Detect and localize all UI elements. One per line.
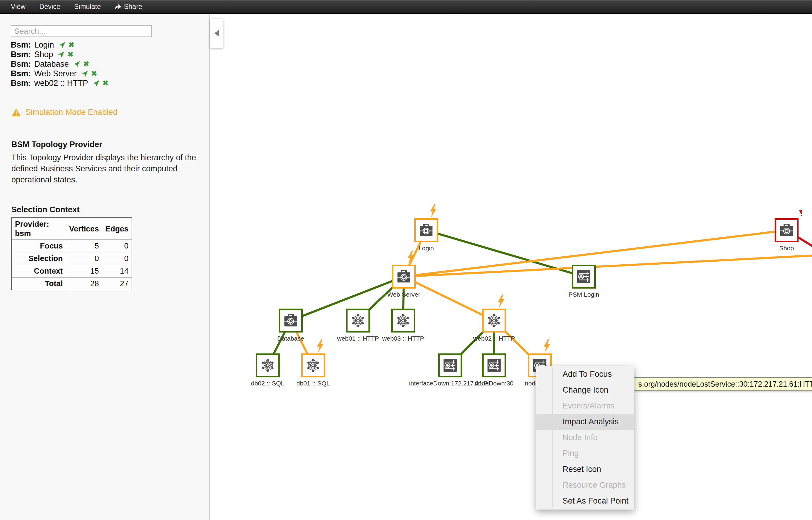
warning-icon bbox=[11, 108, 21, 116]
sidebar-collapse-button[interactable] bbox=[210, 19, 223, 48]
network-icon bbox=[350, 312, 366, 329]
provider-description: This Topology Provider displays the hier… bbox=[11, 152, 206, 185]
menubar-item-label: View bbox=[11, 3, 25, 11]
node-label-db01: db01 :: SQL bbox=[296, 380, 330, 387]
share-arrow-icon bbox=[114, 4, 122, 10]
application-window: ViewDeviceSimulateShare Bsm:Login✖Bsm:Sh… bbox=[0, 0, 812, 520]
network-icon bbox=[260, 357, 276, 373]
table-row: Total2827 bbox=[12, 278, 132, 290]
menu-item-label: Set As Focal Point bbox=[562, 496, 629, 505]
focus-item-list: Bsm:Login✖Bsm:Shop✖Bsm:Database✖Bsm:Web … bbox=[11, 40, 109, 88]
focus-item-name: Login bbox=[34, 41, 54, 50]
menu-item-label: Resource Graphs bbox=[562, 480, 626, 490]
edges-value: 14 bbox=[102, 265, 132, 278]
node-db02[interactable] bbox=[256, 354, 280, 378]
remove-icon[interactable]: ✖ bbox=[83, 60, 89, 68]
node-psm-login[interactable] bbox=[572, 265, 596, 289]
chevron-left-icon bbox=[214, 30, 219, 36]
locate-icon[interactable] bbox=[81, 70, 88, 77]
node-web03[interactable] bbox=[391, 309, 415, 333]
remove-icon[interactable]: ✖ bbox=[69, 41, 75, 48]
node-label-web01: web01 :: HTTP bbox=[337, 335, 379, 342]
node-label-psm-login: PSM Login bbox=[569, 291, 599, 298]
lightning-icon bbox=[406, 250, 415, 264]
selection-context-block: Selection Context Provider: bsmVerticesE… bbox=[11, 205, 132, 290]
node-web01[interactable] bbox=[346, 309, 370, 333]
focus-item-prefix: Bsm: bbox=[11, 79, 31, 88]
sliders-icon bbox=[486, 357, 502, 373]
remove-icon[interactable]: ✖ bbox=[68, 51, 74, 58]
focus-item-name: web02 :: HTTP bbox=[34, 79, 88, 88]
table-row: Focus50 bbox=[12, 240, 132, 252]
column-header-edges: Edges bbox=[102, 218, 132, 240]
locate-icon[interactable] bbox=[58, 51, 65, 58]
provider-title: BSM Topology Provider bbox=[11, 140, 206, 149]
table-row: Selection00 bbox=[12, 252, 132, 265]
menubar-item-label: Share bbox=[124, 3, 142, 11]
menubar-item-view[interactable]: View bbox=[11, 3, 25, 11]
node-db01[interactable] bbox=[301, 354, 325, 378]
node-label-node-down: nodeDown:30 bbox=[475, 380, 514, 387]
simulation-mode-notice: Simulation Mode Enabled bbox=[11, 108, 117, 117]
radiation-icon bbox=[790, 203, 802, 216]
lightning-icon bbox=[316, 339, 324, 353]
menu-item-set-as-focal-point[interactable]: Set As Focal Point bbox=[536, 493, 634, 509]
locate-icon[interactable] bbox=[93, 80, 100, 87]
search-input[interactable] bbox=[11, 25, 152, 37]
menu-item-label: Impact Analysis bbox=[562, 417, 619, 426]
node-login[interactable] bbox=[414, 218, 438, 242]
menu-item-change-icon[interactable]: Change Icon bbox=[536, 382, 634, 398]
node-web02[interactable] bbox=[482, 309, 506, 333]
row-label: Selection bbox=[12, 252, 66, 265]
context-menu: Add To FocusChange IconEvents/AlarmsImpa… bbox=[536, 366, 634, 510]
vertices-value: 0 bbox=[66, 252, 102, 265]
node-label-db02: db02 :: SQL bbox=[251, 380, 284, 387]
node-label-login: Login bbox=[418, 244, 434, 252]
locate-icon[interactable] bbox=[73, 60, 80, 68]
node-shop[interactable] bbox=[775, 218, 798, 242]
locate-icon[interactable] bbox=[59, 41, 66, 48]
focus-item-name: Web Server bbox=[34, 69, 77, 78]
node-label-database: Database bbox=[277, 335, 304, 342]
lightning-icon bbox=[428, 204, 438, 218]
sliders-icon bbox=[576, 268, 592, 285]
menu-item-label: Reset Icon bbox=[562, 465, 601, 474]
menu-item-add-to-focus[interactable]: Add To Focus bbox=[536, 366, 634, 382]
node-label-web03: web03 :: HTTP bbox=[382, 335, 424, 342]
node-database[interactable] bbox=[279, 309, 303, 333]
briefcase-icon bbox=[283, 312, 299, 329]
selection-context-table: Provider: bsmVerticesEdges Focus50Select… bbox=[11, 217, 132, 290]
menubar-item-device[interactable]: Device bbox=[39, 3, 60, 11]
selection-context-title: Selection Context bbox=[11, 205, 132, 214]
menubar-item-simulate[interactable]: Simulate bbox=[74, 3, 101, 11]
briefcase-icon bbox=[779, 222, 795, 238]
node-web-server[interactable] bbox=[392, 265, 416, 289]
node-label-web-server: Web Server bbox=[387, 291, 420, 298]
menu-item-impact-analysis[interactable]: Impact Analysis bbox=[536, 414, 634, 430]
node-node-down[interactable] bbox=[482, 354, 506, 378]
network-icon bbox=[395, 312, 411, 329]
focus-item-shop: Bsm:Shop✖ bbox=[11, 50, 109, 59]
topology-canvas bbox=[210, 14, 812, 520]
remove-icon[interactable]: ✖ bbox=[103, 80, 109, 87]
focus-item-login: Bsm:Login✖ bbox=[11, 40, 109, 50]
menu-item-label: Add To Focus bbox=[562, 370, 612, 379]
table-row: Context1514 bbox=[12, 265, 132, 278]
sidebar-panel: Bsm:Login✖Bsm:Shop✖Bsm:Database✖Bsm:Web … bbox=[0, 14, 210, 520]
menu-item-reset-icon[interactable]: Reset Icon bbox=[536, 461, 634, 477]
vertex-tooltip: s.org/nodes/nodeLostService::30:172.217.… bbox=[634, 378, 812, 391]
lightning-icon bbox=[496, 294, 505, 308]
node-interface-down[interactable] bbox=[438, 354, 462, 378]
focus-item-web-server: Bsm:Web Server✖ bbox=[11, 69, 109, 78]
briefcase-icon bbox=[396, 268, 412, 285]
focus-item-prefix: Bsm: bbox=[11, 69, 31, 78]
row-label: Context bbox=[12, 265, 66, 278]
focus-item-prefix: Bsm: bbox=[11, 50, 31, 59]
provider-description-block: BSM Topology Provider This Topology Prov… bbox=[11, 140, 206, 185]
briefcase-icon bbox=[418, 222, 434, 238]
focus-item-database: Bsm:Database✖ bbox=[11, 59, 109, 69]
node-label-web02: web02 :: HTTP bbox=[473, 335, 515, 342]
vertices-value: 28 bbox=[66, 278, 102, 290]
menubar-item-share[interactable]: Share bbox=[114, 3, 142, 11]
remove-icon[interactable]: ✖ bbox=[91, 70, 97, 77]
